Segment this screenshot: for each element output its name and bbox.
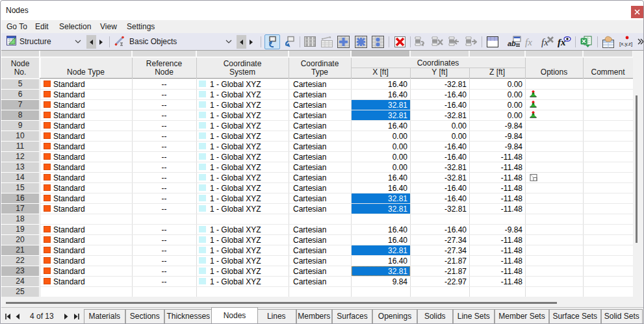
svg-text:fx: fx	[525, 37, 532, 47]
svg-text:ab: ab	[508, 40, 516, 47]
svg-text:fx: fx	[541, 37, 548, 47]
svg-text:[x,y,z]: [x,y,z]	[619, 41, 632, 47]
